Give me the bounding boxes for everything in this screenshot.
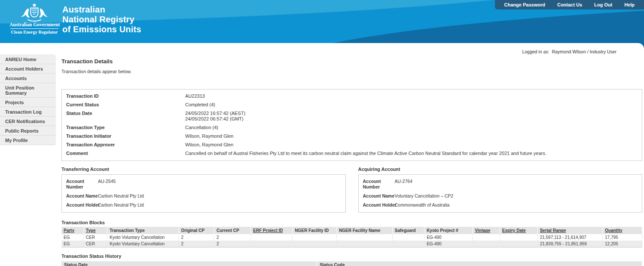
cell-nger-facility-id: [293, 241, 337, 247]
sidebar-item-account-holders[interactable]: Account Holders: [0, 64, 56, 74]
sidebar-item-projects[interactable]: Projects: [0, 98, 56, 107]
detail-row-comment: Comment Cancelled on behalf of Austral F…: [66, 151, 638, 156]
account-name-row: Account Name Voluntary Cancellation – CP…: [363, 193, 638, 199]
cell-quantity: 17,795: [603, 234, 642, 241]
logo-regulator-text: Clean Energy Regulator: [9, 30, 59, 34]
cell-vintage: [473, 241, 500, 247]
detail-label: Comment: [66, 151, 185, 156]
block-row: EG CER Kyoto Voluntary Cancellation 2 2 …: [61, 234, 642, 241]
account-number-row: Account Number AU-2764: [363, 179, 638, 190]
cell-expiry-date: [500, 241, 537, 247]
cell-transaction-type: Kyoto Voluntary Cancellation: [107, 234, 179, 241]
help-link[interactable]: Help: [618, 2, 641, 7]
detail-label: Transaction Type: [66, 125, 185, 130]
col-current-cp: Current CP: [214, 227, 250, 234]
cell-type: CER: [83, 241, 107, 247]
account-holder-row: Account Holder Carbon Neutral Pty Ltd: [66, 202, 341, 208]
page-title: Transaction Details: [61, 58, 642, 65]
col-kyoto-project: Kyoto Project #: [424, 227, 473, 234]
col-nger-facility-name: NGER Facility Name: [337, 227, 393, 234]
detail-label: Transaction Initiator: [66, 133, 185, 139]
detail-row-transaction-initiator: Transaction Initiator Wilson, Raymond Gl…: [66, 133, 638, 139]
detail-value: Completed (4): [185, 102, 215, 108]
logo-government-text: Australian Government: [9, 22, 59, 27]
sidebar-item-unit-position-summary[interactable]: Unit Position Summary: [0, 83, 56, 98]
col-original-cp: Original CP: [179, 227, 214, 234]
col-nger-facility-id: NGER Facility ID: [293, 227, 337, 234]
detail-label: Transaction Approver: [66, 142, 185, 148]
transaction-blocks-table: Party Type Transaction Type Original CP …: [61, 227, 642, 247]
logged-in-status: Logged in as:Raymond Wilson / Industry U…: [61, 49, 642, 54]
main-area: Logged in as:Raymond Wilson / Industry U…: [61, 43, 642, 266]
government-logo: Australian Government Clean Energy Regul…: [9, 3, 59, 34]
col-status-date[interactable]: Status Date: [61, 261, 317, 266]
col-erf-project-id[interactable]: ERF Project ID: [251, 227, 293, 234]
logged-in-label: Logged in as:: [522, 49, 549, 54]
detail-value: Cancellation (4): [185, 125, 218, 130]
detail-row-transaction-id: Transaction ID AU22313: [66, 93, 638, 99]
detail-value: Wilson, Raymond Glen: [185, 142, 234, 148]
account-number-label: Account Number: [66, 179, 87, 190]
col-party[interactable]: Party: [61, 227, 83, 234]
detail-label: Status Date: [66, 111, 185, 122]
account-holder-value: Carbon Neutral Pty Ltd: [98, 202, 144, 208]
change-password-link[interactable]: Change Password: [498, 2, 551, 7]
sidebar-nav: ANREU Home Account Holders Accounts Unit…: [0, 54, 56, 145]
account-name-row: Account Name Carbon Neutral Pty Ltd: [66, 193, 341, 199]
status-history-table: Status Date Status Code 24/05/2022 16:57…: [61, 261, 642, 266]
transferring-account-title: Transferring Account: [61, 167, 346, 172]
transferring-account-section: Transferring Account Account Number AU-2…: [61, 167, 346, 213]
content-panel: ANREU Home Account Holders Accounts Unit…: [0, 43, 644, 266]
account-name-label: Account Name: [66, 193, 95, 199]
cell-safeguard: [392, 234, 424, 241]
col-vintage[interactable]: Vintage: [473, 227, 500, 234]
sidebar-item-my-profile[interactable]: My Profile: [0, 136, 56, 145]
cell-erf-project-id: [251, 234, 293, 241]
detail-value: Wilson, Raymond Glen: [185, 133, 234, 139]
sidebar-item-anreu-home[interactable]: ANREU Home: [0, 55, 56, 64]
cell-quantity: 12,205: [603, 241, 642, 247]
log-out-link[interactable]: Log Out: [588, 2, 618, 7]
col-type[interactable]: Type: [83, 227, 107, 234]
detail-value: AU22313: [185, 93, 205, 99]
cell-original-cp: 2: [179, 234, 214, 241]
detail-row-current-status: Current Status Completed (4): [66, 102, 638, 108]
cell-type: CER: [83, 234, 107, 241]
cell-kyoto-project: EG-490: [424, 234, 473, 241]
coat-of-arms-icon: [14, 3, 55, 22]
sidebar-item-transaction-log[interactable]: Transaction Log: [0, 107, 56, 117]
col-serial-range[interactable]: Serial Range: [537, 227, 602, 234]
cell-transaction-type: Kyoto Voluntary Cancellation: [107, 241, 179, 247]
contact-us-link[interactable]: Contact Us: [551, 2, 588, 7]
utility-nav: Change Password Contact Us Log Out Help: [495, 0, 644, 9]
transaction-details-box: Transaction ID AU22313 Current Status Co…: [61, 89, 642, 161]
detail-row-transaction-approver: Transaction Approver Wilson, Raymond Gle…: [66, 142, 638, 148]
account-name-label: Account Name: [363, 193, 391, 199]
col-expiry-date[interactable]: Expiry Date: [500, 227, 537, 234]
sidebar-item-public-reports[interactable]: Public Reports: [0, 126, 56, 136]
cell-party: EG: [61, 234, 83, 241]
col-status-code[interactable]: Status Code: [317, 261, 642, 266]
history-header-row: Status Date Status Code: [61, 261, 642, 266]
account-holder-label: Account Holder: [363, 202, 391, 208]
col-quantity[interactable]: Quantity: [603, 227, 642, 234]
accounts-section: Transferring Account Account Number AU-2…: [61, 167, 642, 213]
account-name-value: Carbon Neutral Pty Ltd: [98, 193, 144, 199]
account-number-row: Account Number AU-2545: [66, 179, 341, 190]
detail-row-status-date: Status Date 24/05/2022 16:57:42 (AEST) 2…: [66, 111, 638, 122]
block-row: EG CER Kyoto Voluntary Cancellation 2 2 …: [61, 241, 642, 247]
col-transaction-type: Transaction Type: [107, 227, 179, 234]
cell-original-cp: 2: [179, 241, 214, 247]
account-number-label: Account Number: [363, 179, 384, 190]
cell-vintage: [473, 234, 500, 241]
cell-erf-project-id: [251, 241, 293, 247]
account-holder-row: Account Holder Commonwealth of Australia: [363, 202, 638, 208]
transaction-blocks-title: Transaction Blocks: [61, 220, 642, 225]
blocks-header-row: Party Type Transaction Type Original CP …: [61, 227, 642, 234]
acquiring-account-section: Acquiring Account Account Number AU-2764…: [358, 167, 643, 213]
detail-label: Current Status: [66, 102, 185, 108]
cell-nger-facility-id: [293, 234, 337, 241]
sidebar-item-cer-notifications[interactable]: CER Notifications: [0, 117, 56, 126]
app-title: Australian National Registry of Emission…: [62, 5, 141, 34]
sidebar-item-accounts[interactable]: Accounts: [0, 74, 56, 83]
